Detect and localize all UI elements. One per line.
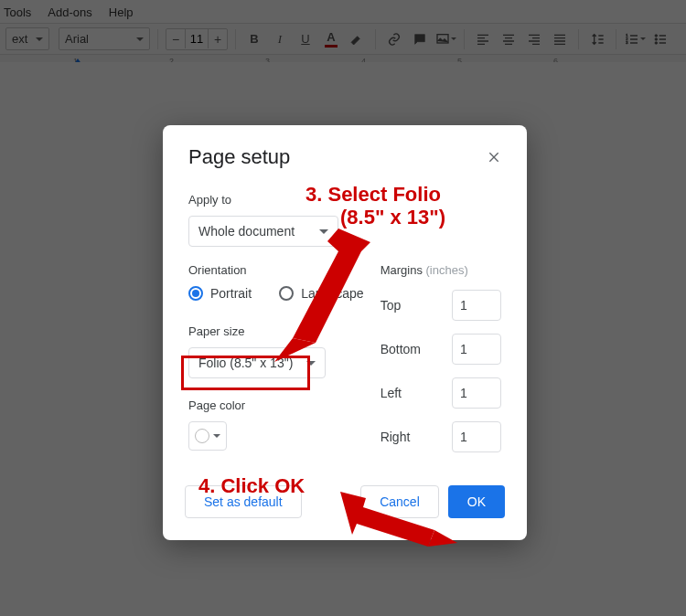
dialog-title: Page setup <box>188 145 290 169</box>
insert-comment-button[interactable] <box>409 28 431 50</box>
chevron-down-icon <box>36 37 43 41</box>
paper-size-value: Folio (8.5" x 13") <box>198 356 293 370</box>
bullet-list-icon <box>653 32 668 47</box>
align-left-button[interactable] <box>472 28 494 50</box>
font-family-value: Arial <box>65 32 89 46</box>
set-as-default-button[interactable]: Set as default <box>185 485 302 518</box>
page-color-select[interactable] <box>188 421 227 451</box>
align-center-button[interactable] <box>498 28 520 50</box>
chevron-down-icon <box>213 434 220 438</box>
orientation-landscape-label: Landscape <box>301 286 364 301</box>
menu-help[interactable]: Help <box>109 5 134 19</box>
cancel-button[interactable]: Cancel <box>360 485 439 518</box>
chevron-down-icon <box>306 361 316 366</box>
margin-left-label: Left <box>381 386 402 400</box>
comment-icon <box>413 32 427 47</box>
svg-point-5 <box>655 37 658 40</box>
margin-top-input[interactable] <box>452 290 501 321</box>
separator <box>464 29 465 49</box>
line-spacing-icon <box>590 32 605 47</box>
orientation-portrait-radio[interactable]: Portrait <box>188 286 252 301</box>
image-icon <box>435 32 450 47</box>
bullet-list-button[interactable] <box>649 28 671 50</box>
highlighter-icon <box>349 32 364 47</box>
color-swatch-white <box>195 429 209 443</box>
font-size-decrement[interactable]: − <box>166 29 185 49</box>
font-size-value[interactable]: 11 <box>185 29 209 48</box>
font-size-increment[interactable]: + <box>209 29 227 49</box>
paragraph-style-select[interactable]: ext <box>5 27 49 50</box>
separator <box>375 29 376 49</box>
paragraph-style-value: ext <box>12 32 27 46</box>
radio-unchecked-icon <box>279 286 294 301</box>
chevron-down-icon <box>319 229 328 234</box>
chevron-down-icon <box>451 37 456 40</box>
highlight-button[interactable] <box>346 28 368 50</box>
margin-bottom-input[interactable] <box>452 334 501 365</box>
numbered-list-icon: 123 <box>625 32 639 47</box>
italic-button[interactable]: I <box>269 28 291 50</box>
font-family-select[interactable]: Arial <box>59 27 150 50</box>
separator <box>235 29 236 49</box>
orientation-landscape-radio[interactable]: Landscape <box>279 286 364 301</box>
text-color-button[interactable]: A <box>320 28 342 50</box>
margin-bottom-label: Bottom <box>381 342 421 356</box>
svg-point-6 <box>655 41 658 44</box>
margin-right-label: Right <box>381 430 411 444</box>
align-right-button[interactable] <box>523 28 545 50</box>
margins-label: Margins <box>381 263 423 277</box>
align-center-icon <box>501 32 516 47</box>
menu-tools[interactable]: Tools <box>4 5 31 19</box>
page-setup-dialog: Page setup Apply to Whole document Orien… <box>163 125 527 540</box>
align-justify-button[interactable] <box>549 28 571 50</box>
ok-button[interactable]: OK <box>448 485 505 518</box>
close-icon <box>487 150 501 165</box>
insert-image-button[interactable] <box>434 28 456 50</box>
paper-size-select[interactable]: Folio (8.5" x 13") <box>188 347 326 378</box>
margin-right-input[interactable] <box>452 421 501 452</box>
align-left-icon <box>476 32 490 47</box>
margin-top-label: Top <box>381 298 402 313</box>
radio-checked-icon <box>188 286 203 301</box>
svg-point-4 <box>655 34 658 37</box>
separator <box>157 29 158 49</box>
chevron-down-icon <box>136 37 144 41</box>
toolbar: ext Arial − 11 + B I U A <box>0 24 686 55</box>
underline-button[interactable]: U <box>295 28 316 50</box>
orientation-portrait-label: Portrait <box>210 286 252 301</box>
bold-button[interactable]: B <box>243 28 265 50</box>
apply-to-select[interactable]: Whole document <box>188 216 338 247</box>
menu-bar: Tools Add-ons Help <box>0 0 686 24</box>
chevron-down-icon <box>640 37 646 40</box>
menu-addons[interactable]: Add-ons <box>48 5 91 19</box>
orientation-label: Orientation <box>188 263 364 277</box>
insert-link-button[interactable] <box>383 28 405 50</box>
line-spacing-button[interactable] <box>586 28 608 50</box>
align-right-icon <box>527 32 541 47</box>
numbered-list-button[interactable]: 123 <box>624 28 646 50</box>
apply-to-value: Whole document <box>198 224 295 239</box>
page-color-label: Page color <box>188 398 364 412</box>
margin-left-input[interactable] <box>452 377 501 409</box>
margins-unit: (inches) <box>426 263 468 277</box>
align-justify-icon <box>552 32 567 47</box>
text-color-letter: A <box>325 30 337 48</box>
svg-text:3: 3 <box>626 40 628 45</box>
apply-to-label: Apply to <box>188 193 501 207</box>
close-button[interactable] <box>483 146 505 168</box>
paper-size-label: Paper size <box>188 324 364 338</box>
separator <box>578 29 579 49</box>
separator <box>616 29 616 49</box>
link-icon <box>387 32 402 47</box>
font-size-stepper[interactable]: − 11 + <box>166 28 228 50</box>
